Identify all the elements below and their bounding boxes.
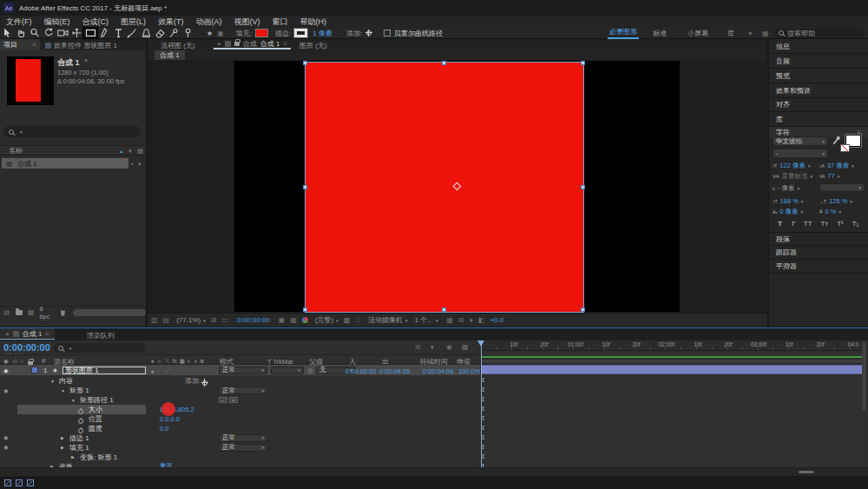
eyedropper-icon[interactable] [832, 137, 838, 144]
selection-tool[interactable] [0, 28, 14, 38]
item-label-icon[interactable]: ▪ [131, 160, 134, 168]
fill-label[interactable]: 填充: [236, 29, 252, 38]
stroke-label[interactable]: 描边: [275, 29, 291, 38]
visibility-eye-icon[interactable]: ◉ [3, 434, 9, 441]
layer-visibility-eye-icon[interactable]: ◉ [3, 367, 9, 374]
faux-bold-button[interactable]: T [778, 220, 782, 228]
shape-layer-red-square[interactable] [306, 63, 583, 312]
selection-handle[interactable] [442, 61, 446, 65]
timeline-search-field[interactable]: ▾ [54, 343, 146, 353]
layer-duration-value[interactable]: 0:00:04:06 [423, 367, 453, 375]
label-column-icon[interactable]: ♦ [128, 147, 132, 155]
puppet-pin-tool[interactable] [181, 28, 194, 38]
prop-row-roundness[interactable]: 圆度 0.0 [0, 424, 480, 433]
draft-3d-icon[interactable]: ♦ [431, 343, 434, 351]
fast-previews-icon[interactable]: ▩ [344, 316, 351, 324]
leading-field[interactable]: ↕A37 像素▾ [819, 162, 866, 170]
eraser-tool[interactable] [153, 28, 167, 38]
tab-timeline-comp[interactable]: × 合成 1 ≡ [0, 328, 55, 340]
stroke-blend-mode-select[interactable]: 正常▾ [219, 434, 267, 442]
type-tool[interactable] [111, 28, 125, 38]
footer-scrollbar[interactable] [73, 309, 146, 316]
workspace-libraries[interactable]: 库 [727, 29, 734, 38]
prop-row-rect[interactable]: ◉ ▼ 矩形 1 正常▾ [0, 386, 480, 395]
layer-label-color-chip[interactable] [31, 367, 38, 373]
lock-icon[interactable] [234, 42, 240, 46]
project-search-field[interactable]: ▾ [3, 126, 141, 137]
tab-flowchart[interactable]: 流程图 (无) [161, 41, 195, 50]
all-caps-button[interactable]: TT [804, 220, 812, 228]
panel-smoother[interactable]: 平滑器 [769, 260, 868, 274]
timeline-button-icon[interactable]: ⊞ [458, 316, 464, 324]
pen-tool[interactable] [97, 28, 111, 38]
text-stroke-color-swatch[interactable] [840, 144, 850, 152]
bezier-checkbox[interactable] [384, 30, 391, 36]
panel-effects-presets[interactable]: 效果和预设 [769, 83, 868, 98]
layer-stretch-value[interactable]: 100.0% [458, 367, 480, 375]
pixel-aspect-icon[interactable]: ▦ [446, 316, 453, 324]
video-column-icon[interactable]: ◉ [3, 358, 9, 365]
baseline-shift-field[interactable]: Aₐ0 像素▾ [773, 208, 818, 216]
kerning-field[interactable]: V∕A度量标准▾ [773, 172, 818, 181]
layer-row[interactable]: ◉ 1 ★ 形状图层 1 ♦◌／ 正常▾ ▾ ◎ 无▾ 0:00:00:00 0… [0, 365, 480, 375]
twirl-icon[interactable]: ▶ [61, 435, 64, 440]
menu-animation[interactable]: 动画(A) [190, 17, 228, 28]
zoom-tool[interactable] [28, 28, 42, 38]
tab-effect-controls[interactable]: 效果控件 形状图层 1 [45, 41, 117, 50]
tool-creates-shape-icon[interactable]: ★ [207, 30, 213, 37]
layer-in-value[interactable]: 0:00:00:00 [345, 367, 376, 375]
timeline-vertical-scrollbar[interactable] [862, 341, 866, 411]
selection-handle[interactable] [303, 185, 307, 189]
path-direction-button[interactable]: – [219, 397, 227, 403]
panel-align[interactable]: 对齐 [769, 98, 868, 112]
stroke-width-value[interactable]: 1 像素 [312, 29, 332, 38]
layer-out-value[interactable]: 0:00:04:05 [379, 367, 410, 375]
expand-layer-switches-icon[interactable] [4, 479, 11, 486]
comp-name-flyout-icon[interactable]: ▼ [83, 58, 89, 63]
workspace-essential-graphics[interactable]: 必要图形 [608, 27, 639, 39]
prop-row-fill[interactable]: ◉ ▶ 填充 1 正常▾ [0, 443, 480, 453]
work-area-bar[interactable] [481, 359, 864, 364]
audio-column-icon[interactable]: ◁ [12, 358, 16, 365]
reset-exposure-icon[interactable]: ◧ [478, 316, 485, 324]
workspace-menu-icon[interactable]: ▦ [762, 30, 769, 37]
layer-duration-bar[interactable] [481, 365, 864, 374]
project-comp-name[interactable]: 合成 1 [57, 57, 80, 69]
show-channel-icon[interactable] [302, 317, 308, 323]
font-style-select[interactable]: -▾ [773, 149, 828, 158]
prop-row-rect-path[interactable]: ▼ 矩形路径 1 – = [0, 395, 480, 405]
brush-tool[interactable] [125, 28, 139, 38]
visibility-eye-icon[interactable]: ◉ [3, 444, 9, 451]
comp-flowchart-icon[interactable]: ♦ [470, 316, 473, 324]
small-caps-button[interactable]: Tᴛ [821, 220, 829, 228]
font-family-select[interactable]: 华文琥珀▾ [773, 136, 828, 146]
visibility-eye-icon[interactable]: ◉ [3, 387, 9, 394]
workspace-overflow-chevron[interactable]: » [748, 30, 752, 37]
prop-row-size[interactable]: 大小 805.0,805.2 [0, 405, 480, 414]
selection-handle[interactable] [581, 185, 585, 189]
project-bit-depth[interactable]: 8 bpc [39, 305, 54, 320]
project-item-name[interactable]: 合成 1 [17, 159, 37, 169]
twirl-icon[interactable]: ▶ [61, 445, 64, 450]
exposure-value[interactable]: +0.0 [490, 316, 503, 324]
prop-row-stroke[interactable]: ◉ ▶ 描边 1 正常▾ [0, 433, 480, 443]
new-composition-icon[interactable]: ▦ [28, 308, 35, 316]
delete-trash-icon[interactable] [60, 309, 65, 316]
camera-tool[interactable] [56, 28, 69, 38]
solo-column-icon[interactable]: ○ [20, 358, 23, 364]
twirl-icon[interactable]: ▼ [71, 398, 76, 403]
resolution-select[interactable]: (完整)▾ [315, 315, 339, 325]
snapshot-camera-icon[interactable]: ▣ [279, 316, 286, 324]
menu-window[interactable]: 窗口 [266, 17, 294, 28]
region-of-interest-icon[interactable]: ▭ [221, 316, 228, 324]
fill-color-swatch[interactable] [255, 29, 268, 37]
prop-row-position[interactable]: 位置 0.0,0.0 [0, 414, 480, 424]
stroke-style-select[interactable]: ▾ [819, 183, 865, 192]
panel-preview[interactable]: 预览 [769, 69, 868, 83]
prop-row-transform-rect[interactable]: ▶ 变换: 矩形 1 [0, 453, 480, 462]
twirl-icon[interactable]: ▼ [61, 388, 65, 393]
show-snapshot-icon[interactable]: ▦ [290, 316, 297, 324]
bezier-label[interactable]: 贝塞尔曲线路径 [394, 29, 443, 38]
menu-file[interactable]: 文件(F) [0, 17, 38, 28]
menu-help[interactable]: 帮助(H) [294, 17, 333, 28]
